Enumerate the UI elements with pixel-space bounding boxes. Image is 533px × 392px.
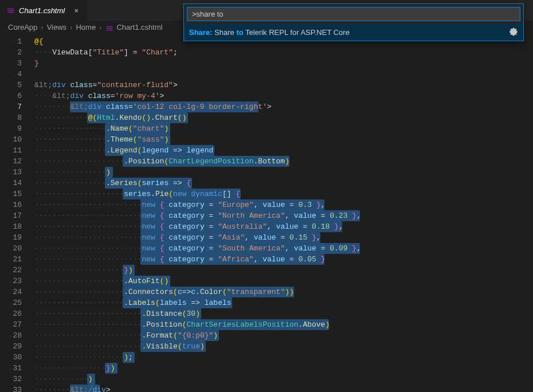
line-number: 13 xyxy=(0,167,34,178)
breadcrumb-seg[interactable]: Chart1.cshtml xyxy=(116,23,162,32)
code-line[interactable]: ····················.AutoFit() xyxy=(34,276,533,287)
line-number: 14 xyxy=(0,178,34,189)
command-result[interactable]: Share: Share to Telerik REPL for ASP.NET… xyxy=(184,24,523,41)
command-palette: Share: Share to Telerik REPL for ASP.NET… xyxy=(183,3,524,41)
line-number: 5 xyxy=(0,80,34,91)
code-line[interactable]: ····················.Labels(labels => la… xyxy=(34,297,533,308)
gutter: 1234567891011121314151617181920212223242… xyxy=(0,33,34,392)
code-line[interactable]: ············@(Html.Kendo().Chart() xyxy=(34,112,533,123)
svg-rect-2 xyxy=(8,12,14,13)
command-result-label: Share: Share to Telerik REPL for ASP.NET… xyxy=(189,28,350,37)
file-icon xyxy=(105,23,114,33)
code-line[interactable]: ············) xyxy=(34,374,533,385)
chevron-right-icon: › xyxy=(70,23,72,32)
line-number: 4 xyxy=(0,69,34,80)
breadcrumb-seg[interactable]: CoreApp xyxy=(8,23,37,32)
code-line[interactable]: ················.Series(series => { xyxy=(34,178,533,189)
line-number: 8 xyxy=(0,112,34,123)
code-line[interactable]: ····················series.Pie(new dynam… xyxy=(34,189,533,199)
line-number: 32 xyxy=(0,374,34,385)
code-line[interactable]: ····················); xyxy=(34,352,533,363)
svg-rect-0 xyxy=(8,9,14,10)
line-number: 23 xyxy=(0,276,34,287)
line-number: 31 xyxy=(0,363,34,374)
svg-rect-1 xyxy=(8,10,14,11)
code-line[interactable]: ························new { category =… xyxy=(34,210,533,221)
close-icon[interactable]: × xyxy=(72,6,81,15)
line-number: 22 xyxy=(0,265,34,276)
line-number: 2 xyxy=(0,47,34,58)
line-number: 25 xyxy=(0,297,34,308)
line-number: 7 xyxy=(0,101,34,112)
line-number: 24 xyxy=(0,287,34,297)
code-line[interactable]: ················.Name("chart") xyxy=(34,123,533,134)
line-number: 26 xyxy=(0,308,34,319)
code-line[interactable]: ····ViewData["Title"] = "Chart"; xyxy=(34,47,533,58)
line-number: 16 xyxy=(0,199,34,210)
breadcrumb-seg[interactable]: Home xyxy=(76,23,96,32)
code-line[interactable]: ················.Theme("sass") xyxy=(34,134,533,145)
code-line[interactable]: ····&lt;div class='row my-4'> xyxy=(34,91,533,101)
line-number: 18 xyxy=(0,221,34,232)
code-line[interactable]: ····················.Connectors(c=>c.Col… xyxy=(34,287,533,297)
code-line[interactable]: ························.Format("{0:p0}"… xyxy=(34,330,533,341)
code-line[interactable]: ························new { category =… xyxy=(34,254,533,265)
code-line[interactable]: } xyxy=(34,58,533,69)
line-number: 11 xyxy=(0,145,34,156)
tab-active[interactable]: Chart1.cshtml × xyxy=(0,0,88,21)
code-line[interactable] xyxy=(34,69,533,80)
svg-rect-5 xyxy=(107,30,113,31)
command-input[interactable] xyxy=(187,7,520,21)
code-line[interactable]: ························new { category =… xyxy=(34,221,533,232)
line-number: 17 xyxy=(0,210,34,221)
line-number: 30 xyxy=(0,352,34,363)
line-number: 19 xyxy=(0,232,34,243)
line-number: 10 xyxy=(0,134,34,145)
code-line[interactable]: ········&lt;div class='col-12 col-lg-9 b… xyxy=(34,101,533,112)
tab-label: Chart1.cshtml xyxy=(19,6,65,15)
line-number: 28 xyxy=(0,330,34,341)
file-icon xyxy=(6,6,15,15)
editor[interactable]: 1234567891011121314151617181920212223242… xyxy=(0,33,533,392)
chevron-right-icon: › xyxy=(99,23,101,32)
code-line[interactable]: ················}) xyxy=(34,363,533,374)
code-line[interactable]: ················) xyxy=(34,167,533,178)
line-number: 33 xyxy=(0,385,34,392)
line-number: 6 xyxy=(0,91,34,101)
code-line[interactable]: ························new { category =… xyxy=(34,243,533,254)
code-line[interactable]: ········&lt;/div> xyxy=(34,385,533,392)
line-number: 29 xyxy=(0,341,34,352)
code-line[interactable]: ····················.Position(ChartLegen… xyxy=(34,156,533,167)
line-number: 15 xyxy=(0,189,34,199)
line-number: 3 xyxy=(0,58,34,69)
code-line[interactable]: &lt;div class="container-fluid"> xyxy=(34,80,533,91)
chevron-right-icon: › xyxy=(41,23,43,32)
code-line[interactable]: ················.Legend(legend => legend xyxy=(34,145,533,156)
line-number: 1 xyxy=(0,36,34,47)
breadcrumb-seg[interactable]: Views xyxy=(47,23,66,32)
code-line[interactable]: ························.Position(ChartS… xyxy=(34,319,533,330)
code-line[interactable]: ························new { category =… xyxy=(34,199,533,210)
gear-icon[interactable] xyxy=(509,27,518,38)
svg-rect-4 xyxy=(107,28,113,29)
code-line[interactable]: ························.Distance(30) xyxy=(34,308,533,319)
svg-rect-3 xyxy=(107,26,113,28)
line-number: 20 xyxy=(0,243,34,254)
code-line[interactable]: ····················}) xyxy=(34,265,533,276)
line-number: 9 xyxy=(0,123,34,134)
code-line[interactable]: ························.Visible(true) xyxy=(34,341,533,352)
line-number: 27 xyxy=(0,319,34,330)
code-line[interactable]: ························new { category =… xyxy=(34,232,533,243)
line-number: 21 xyxy=(0,254,34,265)
line-number: 12 xyxy=(0,156,34,167)
code-area[interactable]: @{····ViewData["Title"] = "Chart";}&lt;d… xyxy=(34,33,533,392)
